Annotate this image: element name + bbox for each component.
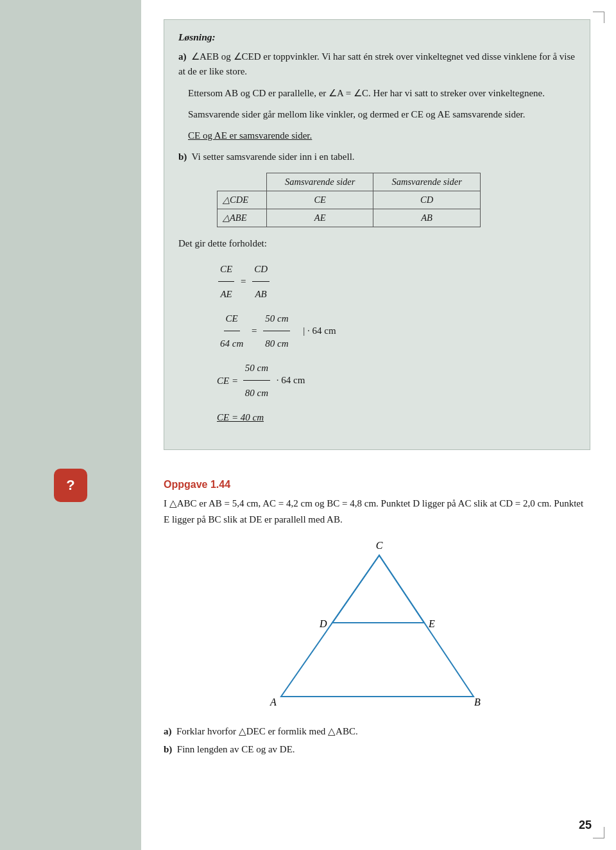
ratio-intro-text: Det gir dette forholdet:	[178, 238, 267, 248]
math-eq3: CE = 50 cm 80 cm · 64 cm	[217, 356, 576, 404]
table-row2-c2: AB	[373, 209, 480, 227]
eq3-d: 80 cm	[243, 381, 270, 404]
part-a-text3-content: Samsvarende sider går mellom like vinkle…	[188, 109, 526, 119]
answer-a-text: Forklar hvorfor △DEC er formlik med △ABC…	[176, 726, 358, 736]
answer-line-b: b) Finn lengden av CE og av DE.	[164, 742, 590, 757]
math-eq1: CE AE = CD AB	[217, 257, 576, 306]
answer-line-a: a) Forklar hvorfor △DEC er formlik med △…	[164, 724, 590, 739]
eq1-rhs-n: CD	[252, 257, 270, 282]
table-row1-c1: CE	[267, 191, 373, 209]
answer-b-text: Finn lengden av CE og av DE.	[177, 744, 295, 754]
result-text: CE = 40 cm	[217, 412, 264, 422]
corner-decoration-tr	[593, 12, 604, 23]
table-col1-header: Samsvarende sider	[267, 173, 373, 191]
triangle-figure: C D E A B	[164, 537, 590, 711]
label-a: A	[270, 697, 277, 707]
answer-b-label: b)	[164, 744, 172, 754]
table-col2-header: Samsvarende sider	[373, 173, 480, 191]
page-layout: ? Løsning: a) ∠AEB og ∠CED er toppvinkle…	[0, 0, 616, 850]
triangle-svg: C D E A B	[262, 537, 493, 711]
oppgave-text: I △ABC er AB = 5,4 cm, AC = 4,2 cm og BC…	[164, 496, 590, 528]
page-number: 25	[579, 819, 592, 832]
left-sidebar: ?	[0, 0, 141, 850]
ratio-intro: Det gir dette forholdet:	[178, 236, 576, 251]
label-c: C	[375, 540, 382, 551]
question-badge-label: ?	[66, 477, 74, 494]
fraction-ce-ae: CE AE	[218, 257, 234, 306]
outer-triangle	[281, 555, 474, 697]
part-a-text2-content: Ettersom AB og CD er parallelle, er ∠A =…	[188, 88, 545, 98]
table-row2-label: △ABE	[218, 209, 267, 227]
solution-box: Løsning: a) ∠AEB og ∠CED er toppvinkler.…	[164, 19, 590, 450]
eq2-rhs-d: 80 cm	[263, 331, 290, 355]
ratio-table: Samsvarende sider Samsvarende sider △CDE…	[217, 173, 481, 227]
part-b-text: Vi setter samsvarende sider inn i en tab…	[192, 152, 355, 162]
eq1-lhs-n: CE	[218, 257, 234, 282]
table-row2-c1: AE	[267, 209, 373, 227]
part-b-label: b)	[178, 152, 187, 162]
label-b: B	[474, 697, 481, 707]
oppgave-section: Oppgave 1.44 I △ABC er AB = 5,4 cm, AC =…	[164, 473, 590, 758]
eq1-rhs-d: AB	[253, 282, 268, 306]
table-row1-label: △CDE	[218, 191, 267, 209]
fraction-50-80-eq3: 50 cm 80 cm	[243, 356, 270, 404]
oppgave-text1: I △ABC er AB = 5,4 cm, AC = 4,2 cm og BC…	[164, 498, 583, 525]
fraction-50-80: 50 cm 80 cm	[263, 307, 290, 355]
table-row1-c2: CD	[373, 191, 480, 209]
oppgave-title: Oppgave 1.44	[164, 479, 590, 490]
eq3-n: 50 cm	[243, 356, 270, 381]
answer-a-label: a)	[164, 726, 172, 736]
fraction-cd-ab: CD AB	[252, 257, 270, 306]
part-b-para: b) Vi setter samsvarende sider inn i en …	[178, 150, 576, 164]
eq2-lhs-n: CE	[224, 307, 240, 331]
label-e: E	[428, 618, 435, 629]
part-a-label: a)	[178, 51, 187, 62]
math-block: CE AE = CD AB CE 64 cm =	[217, 257, 576, 429]
fraction-ce-64: CE 64 cm	[218, 307, 245, 355]
table-row-2: △ABE AE AB	[218, 209, 481, 227]
part-a-text1: ∠AEB og ∠CED er toppvinkler. Vi har satt…	[178, 51, 575, 76]
eq2-rhs-n: 50 cm	[263, 307, 290, 331]
eq3-text: CE =	[217, 375, 238, 385]
eq2-suffix: | · 64 cm	[303, 325, 336, 336]
part-a-text3: Samsvarende sider går mellom like vinkle…	[178, 107, 576, 122]
solution-title: Løsning:	[178, 31, 576, 43]
question-badge: ?	[54, 469, 87, 502]
part-a-para: a) ∠AEB og ∠CED er toppvinkler. Vi har s…	[178, 49, 576, 80]
math-eq2: CE 64 cm = 50 cm 80 cm | · 64 cm	[217, 307, 576, 355]
corner-decoration-br	[593, 827, 604, 838]
table-row-1: △CDE CE CD	[218, 191, 481, 209]
part-a-text2: Ettersom AB og CD er parallelle, er ∠A =…	[178, 86, 576, 101]
eq2-lhs-d: 64 cm	[218, 331, 245, 355]
answer-lines: a) Forklar hvorfor △DEC er formlik med △…	[164, 724, 590, 757]
part-a-underline: CE og AE er samsvarende sider.	[178, 128, 576, 143]
part-a-underline-text: CE og AE er samsvarende sider.	[188, 130, 312, 141]
main-content: Løsning: a) ∠AEB og ∠CED er toppvinkler.…	[141, 0, 616, 850]
label-d: D	[319, 618, 327, 629]
eq3-suffix: · 64 cm	[277, 375, 305, 385]
eq1-lhs-d: AE	[218, 282, 234, 306]
math-result: CE = 40 cm	[217, 406, 576, 429]
